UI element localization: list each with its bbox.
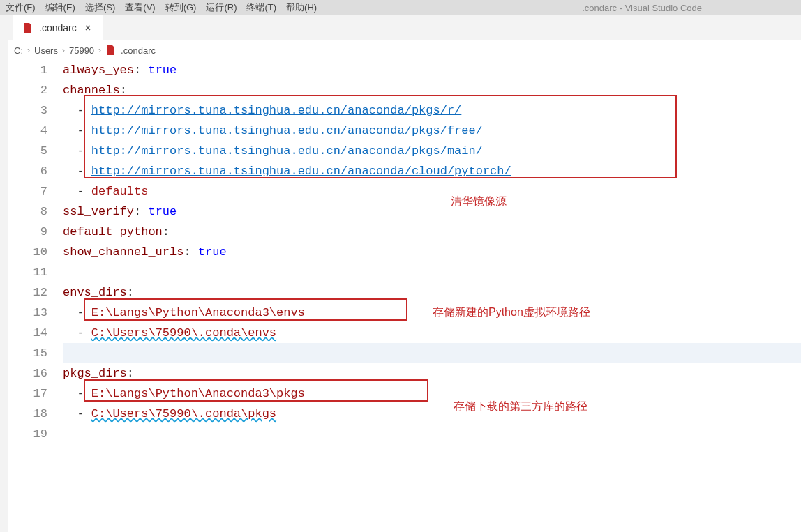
line-number: 3	[0, 100, 47, 121]
line-number: 7	[0, 181, 47, 202]
menu-edit[interactable]: 编辑(E)	[45, 1, 75, 14]
tab-condarc[interactable]: .condarc	[13, 15, 103, 40]
menu-select[interactable]: 选择(S)	[85, 1, 115, 14]
code-line[interactable]	[63, 262, 801, 282]
code-line[interactable]: default_python:	[63, 222, 801, 242]
line-number: 11	[0, 262, 47, 282]
chevron-right-icon: ›	[27, 45, 30, 55]
line-number: 12	[0, 282, 47, 303]
line-number: 17	[0, 383, 47, 404]
menu-terminal[interactable]: 终端(T)	[246, 1, 276, 14]
code-line[interactable]: show_channel_urls: true	[63, 242, 801, 262]
code-line[interactable]: - http://mirrors.tuna.tsinghua.edu.cn/an…	[63, 161, 801, 181]
line-number: 9	[0, 222, 47, 242]
code-line[interactable]: - http://mirrors.tuna.tsinghua.edu.cn/an…	[63, 121, 801, 141]
window-title: .condarc - Visual Studio Code	[582, 3, 702, 13]
code-line[interactable]: - C:\Users\75990\.conda\envs	[63, 323, 801, 343]
tab-label: .condarc	[39, 22, 77, 33]
code-line[interactable]: ssl_verify: true	[63, 202, 801, 222]
code-line[interactable]: - E:\Langs\Python\Anaconda3\pkgs	[63, 383, 801, 404]
line-number: 8	[0, 202, 47, 222]
file-icon	[22, 22, 33, 33]
tabs-bar: .condarc	[0, 15, 801, 40]
code-line[interactable]: channels:	[63, 80, 801, 100]
editor-area[interactable]: 12345678910111213141516171819 清华镜像源 存储新建…	[0, 60, 801, 444]
menubar: 文件(F) 编辑(E) 选择(S) 查看(V) 转到(G) 运行(R) 终端(T…	[0, 0, 801, 15]
breadcrumb: C: › Users › 75990 › .condarc	[0, 40, 801, 60]
chevron-right-icon: ›	[62, 45, 65, 55]
chevron-right-icon: ›	[98, 45, 101, 55]
breadcrumb-item[interactable]: .condarc	[121, 45, 156, 56]
code-line[interactable]: - C:\Users\75990\.conda\pkgs	[63, 404, 801, 424]
line-number: 13	[0, 303, 47, 323]
code-line[interactable]: envs_dirs:	[63, 282, 801, 303]
file-icon	[105, 45, 117, 56]
line-number: 14	[0, 323, 47, 343]
menu-run[interactable]: 运行(R)	[206, 1, 237, 14]
menu-file[interactable]: 文件(F)	[6, 1, 36, 14]
line-number: 4	[0, 121, 47, 141]
line-number: 1	[0, 60, 47, 80]
tab-close-icon[interactable]	[82, 22, 93, 33]
line-gutter: 12345678910111213141516171819	[0, 60, 63, 444]
code-line[interactable]: - defaults	[63, 181, 801, 202]
line-number: 18	[0, 404, 47, 424]
menu-goto[interactable]: 转到(G)	[165, 1, 197, 14]
line-number: 2	[0, 80, 47, 100]
code-line[interactable]: - http://mirrors.tuna.tsinghua.edu.cn/an…	[63, 141, 801, 161]
line-number: 16	[0, 363, 47, 383]
code-line[interactable]: - E:\Langs\Python\Anaconda3\envs	[63, 303, 801, 323]
menu-help[interactable]: 帮助(H)	[286, 1, 317, 14]
breadcrumb-item[interactable]: Users	[34, 45, 58, 56]
code-line[interactable]: - http://mirrors.tuna.tsinghua.edu.cn/an…	[63, 100, 801, 121]
code-line[interactable]: pkgs_dirs:	[63, 363, 801, 383]
breadcrumb-item[interactable]: 75990	[69, 45, 94, 56]
line-number: 15	[0, 343, 47, 363]
code-line[interactable]: always_yes: true	[63, 60, 801, 80]
code-line[interactable]	[63, 343, 801, 363]
menu-view[interactable]: 查看(V)	[125, 1, 155, 14]
line-number: 6	[0, 161, 47, 181]
breadcrumb-item[interactable]: C:	[14, 45, 23, 56]
line-number: 10	[0, 242, 47, 262]
line-number: 5	[0, 141, 47, 161]
code-content[interactable]: 清华镜像源 存储新建的Python虚拟环境路径 存储下载的第三方库的路径 alw…	[63, 60, 801, 444]
line-number: 19	[0, 424, 47, 444]
code-line[interactable]	[63, 424, 801, 444]
